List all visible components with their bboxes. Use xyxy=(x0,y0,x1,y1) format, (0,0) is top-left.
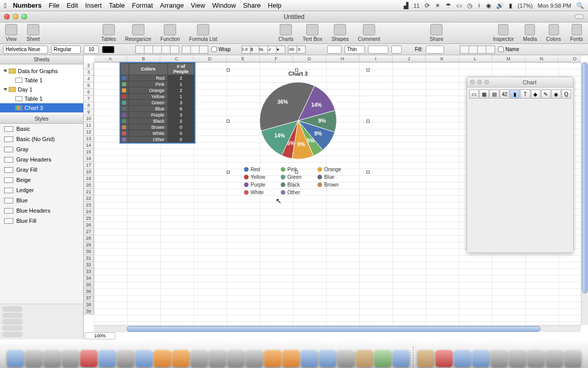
numfmt-1[interactable]: 1.0 xyxy=(241,45,251,54)
dock-app25-icon[interactable] xyxy=(454,350,471,367)
row-7[interactable]: 7 xyxy=(84,96,94,102)
dock-folder4-icon[interactable] xyxy=(546,350,563,367)
align-auto-button[interactable] xyxy=(170,45,179,54)
menu-arrange[interactable]: Arrange xyxy=(160,2,184,9)
inspector-tab-chart[interactable]: ▮ xyxy=(510,89,520,99)
toolbar-fonts[interactable]: Fonts xyxy=(570,24,583,42)
legend-orange[interactable]: Orange xyxy=(317,167,347,172)
table-row[interactable]: Green3 xyxy=(121,100,194,106)
dock-app13-icon[interactable] xyxy=(227,350,244,367)
inspector-tab-doc[interactable]: ▭ xyxy=(469,89,479,99)
col-M[interactable]: M xyxy=(492,55,525,62)
align-right-button[interactable] xyxy=(153,45,162,54)
dock-firefox-icon[interactable] xyxy=(282,350,300,367)
inspector-tab-link[interactable]: ◉ xyxy=(551,89,561,99)
valign-top-button[interactable] xyxy=(182,45,191,54)
style-gray-headers[interactable]: Gray Headers xyxy=(0,154,83,165)
menu-view[interactable]: View xyxy=(191,2,205,9)
menu-insert[interactable]: Insert xyxy=(85,2,102,9)
align-left-button[interactable] xyxy=(135,45,144,54)
table-row[interactable]: Other0 xyxy=(121,136,194,143)
col-G[interactable]: G xyxy=(293,55,326,62)
legend-blue[interactable]: Blue xyxy=(317,174,347,180)
numfmt-check[interactable]: ✓ xyxy=(267,45,277,54)
col-F[interactable]: F xyxy=(260,55,293,62)
row-13[interactable]: 13 xyxy=(84,135,94,142)
dock-missioncontrol-icon[interactable] xyxy=(62,350,79,367)
row-30[interactable]: 30 xyxy=(84,248,94,255)
weight-select[interactable]: Regular xyxy=(51,45,81,54)
valign-mid-button[interactable] xyxy=(190,45,200,54)
spotlight-icon[interactable]: 🔍 xyxy=(576,2,584,9)
fill-color-select[interactable] xyxy=(426,45,444,54)
inspector-tab-qt[interactable]: Q xyxy=(561,89,571,99)
style-basic-no-grid-[interactable]: Basic (No Grid) xyxy=(0,134,83,144)
row-8[interactable]: 8 xyxy=(84,102,94,109)
adobe-icon[interactable]: ▟ xyxy=(404,2,408,9)
inspector-zoom-button[interactable] xyxy=(484,80,489,84)
table-row[interactable]: Blue8 xyxy=(121,106,194,112)
row-15[interactable]: 15 xyxy=(84,149,94,155)
dock-finder-icon[interactable] xyxy=(7,350,24,367)
row-12[interactable]: 12 xyxy=(84,129,94,135)
app-name[interactable]: Numbers xyxy=(13,2,41,9)
row-29[interactable]: 29 xyxy=(84,242,94,248)
minimize-window-button[interactable] xyxy=(13,14,18,19)
table-row[interactable]: Purple3 xyxy=(121,112,194,118)
dock-folder3-icon[interactable] xyxy=(527,350,545,367)
numfmt-percent[interactable]: % xyxy=(259,45,268,54)
col-D[interactable]: D xyxy=(193,55,227,62)
legend-black[interactable]: Black xyxy=(281,182,310,188)
dock-facetime-icon[interactable] xyxy=(99,350,116,367)
border-color-select[interactable] xyxy=(368,45,388,54)
row-21[interactable]: 21 xyxy=(84,189,94,195)
dock-app23-icon[interactable] xyxy=(417,350,434,367)
data-table[interactable]: Colors# of PeopleRed2Pink1Orange2Yellow1… xyxy=(120,63,194,143)
dock-preview-icon[interactable] xyxy=(117,350,134,367)
wrap-checkbox[interactable]: Wrap xyxy=(211,47,231,52)
dock-app9-icon[interactable] xyxy=(154,350,171,367)
table-row[interactable]: Orange2 xyxy=(121,87,194,94)
hscroll-thumb[interactable] xyxy=(127,326,541,332)
row-5[interactable]: 5 xyxy=(84,82,94,89)
menu-share[interactable]: Share xyxy=(243,2,261,9)
handle-ne[interactable] xyxy=(366,68,370,72)
col-J[interactable]: J xyxy=(393,55,426,62)
row-39[interactable]: 39 xyxy=(84,308,94,315)
style-blue[interactable]: Blue xyxy=(0,195,83,205)
inspector-tab-table[interactable]: ▤ xyxy=(489,89,499,99)
dock-automator-icon[interactable] xyxy=(246,350,263,367)
toolbar-tables[interactable]: Tables xyxy=(101,24,116,42)
wifi-icon[interactable]: ◉ xyxy=(486,2,491,9)
close-window-button[interactable] xyxy=(4,14,10,19)
dock-numbers-icon[interactable] xyxy=(374,350,391,367)
numfmt-more[interactable]: ▾ xyxy=(276,45,285,54)
row-26[interactable]: 26 xyxy=(84,222,94,228)
dock-trash-icon[interactable] xyxy=(564,350,581,367)
tree-chart-3[interactable]: Chart 3 xyxy=(0,103,83,112)
row-2[interactable]: 2 xyxy=(84,62,94,69)
align-center-button[interactable] xyxy=(144,45,153,54)
row-35[interactable]: 35 xyxy=(84,282,94,288)
chart-title[interactable]: Chart 3 xyxy=(242,71,354,77)
clock[interactable]: Mon 9:58 PM xyxy=(538,3,571,9)
dock-folder1-icon[interactable] xyxy=(491,350,508,367)
handle-n[interactable] xyxy=(295,68,298,72)
handle-sw[interactable] xyxy=(227,171,230,174)
legend-yellow[interactable]: Yellow xyxy=(244,174,274,180)
inspector-tab-cells[interactable]: 42 xyxy=(500,89,509,99)
legend-other[interactable]: Other xyxy=(281,190,310,195)
col-A[interactable]: A xyxy=(94,55,127,62)
bluetooth-icon[interactable]: ᚼ xyxy=(477,2,481,9)
toolbar-share[interactable]: Share xyxy=(430,24,444,42)
handle-s[interactable] xyxy=(295,171,298,174)
border-weight-select[interactable]: Thin xyxy=(345,45,365,54)
style-blue-headers[interactable]: Blue Headers xyxy=(0,205,83,216)
dock-app15-icon[interactable] xyxy=(264,350,281,367)
col-N[interactable]: N xyxy=(525,55,558,62)
inspector-window[interactable]: Chart ▭ ▦ ▤ 42 ▮ T ◆ ✎ ◉ Q xyxy=(467,77,574,253)
dock-app11-icon[interactable] xyxy=(190,350,208,367)
dock-app22-icon[interactable] xyxy=(393,350,410,367)
row-32[interactable]: 32 xyxy=(84,262,94,268)
dock-folder2-icon[interactable] xyxy=(509,350,526,367)
